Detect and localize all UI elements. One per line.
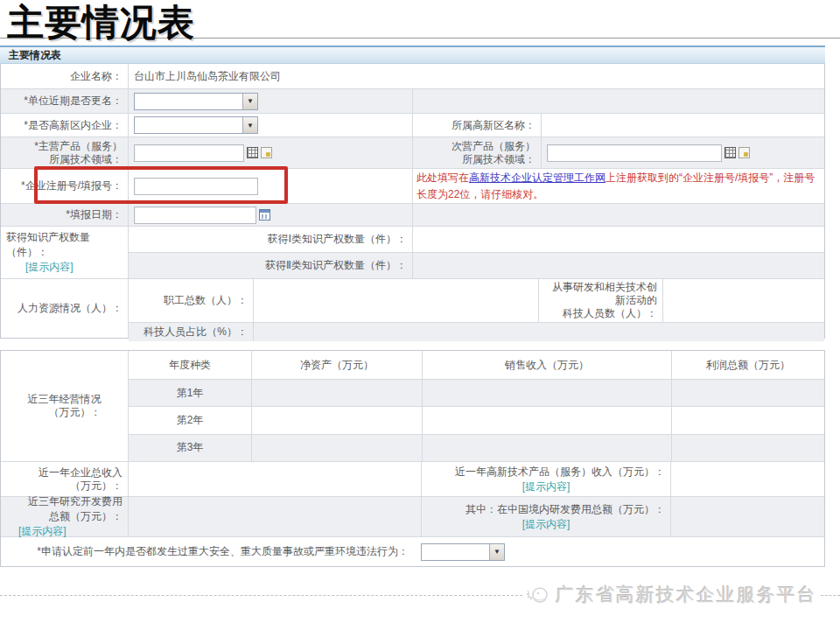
- filing-date-label: *填报日期：: [1, 204, 128, 226]
- chevron-down-icon[interactable]: ▼: [242, 117, 257, 133]
- tech-field-picker-icon[interactable]: [247, 147, 258, 158]
- hr-subrow-1: 职工总数（人）： 从事研发和相关技术创新活动的科技人员数（人）：: [129, 279, 824, 322]
- tech-ratio-label: 科技人员占比（%）：: [129, 323, 253, 341]
- row-products: *主营产品（服务）所属技术领域： 次营产品（服务）所属技术领域：: [1, 136, 824, 168]
- year2-row: 第2年: [129, 406, 824, 433]
- year2-label: 第2年: [129, 407, 251, 433]
- years-header-row: 年度种类 净资产（万元） 销售收入（万元） 利润总额（万元）: [129, 351, 824, 379]
- rd-staff-label: 从事研发和相关技术创新活动的科技人员数（人）：: [538, 279, 662, 322]
- tech-field-detail-icon[interactable]: [738, 147, 750, 158]
- year3-label: 第3年: [129, 435, 251, 461]
- tech-ratio-value-cell: [253, 323, 824, 341]
- year2-net-assets: [251, 407, 422, 433]
- section-header-label: 主要情况表: [9, 48, 61, 63]
- row-ip-counts: 获得知识产权数量（件）： [提示内容] 获得Ⅰ类知识产权数量（件）： 获得Ⅱ类知…: [1, 226, 824, 278]
- platform-name: 广东省高新技术企业服务平台: [552, 583, 821, 607]
- year1-profit: [671, 380, 824, 406]
- violation-select[interactable]: ▼: [421, 543, 505, 561]
- renamed-label: *单位近期是否更名：: [1, 89, 128, 113]
- domestic-rd-value-cell: [670, 497, 824, 536]
- year3-row: 第3年: [129, 434, 824, 461]
- year3-profit: [671, 435, 824, 461]
- renamed-select[interactable]: ▼: [134, 93, 258, 110]
- ip-class1-subrow: 获得Ⅰ类知识产权数量（件）：: [129, 227, 824, 252]
- row-in-zone: *是否高新区内企业： ▼ 所属高新区名称：: [1, 113, 824, 136]
- certification-site-link[interactable]: 高新技术企业认定管理工作网: [469, 172, 606, 184]
- ip-class2-subrow: 获得Ⅱ类知识产权数量（件）：: [129, 252, 824, 278]
- registration-note: 此处填写在高新技术企业认定管理工作网上注册获取到的“企业注册号/填报号”，注册号…: [412, 169, 824, 203]
- ip-class1-value-cell: [412, 227, 824, 252]
- rd-expense-label-cell: 近三年研究开发费用 总额（万元）： [提示内容]: [1, 497, 128, 536]
- row-violation: *申请认定前一年内是否都发生过重大安全、重大质量事故或严重环境违法行为： ▼: [1, 536, 824, 566]
- secondary-product-field-cell: [541, 137, 824, 168]
- tech-field-picker-icon[interactable]: [724, 147, 736, 158]
- three-year-ops-label: 近三年经营情况（万元）：: [1, 351, 128, 461]
- platform-logo-icon: [524, 584, 550, 606]
- hightech-income-hint-link[interactable]: [提示内容]: [522, 480, 570, 494]
- year2-sales: [422, 407, 671, 433]
- staff-total-label: 职工总数（人）：: [129, 279, 253, 322]
- row-total-income: 近一年企业总收入（万元）： 近一年高新技术产品（服务）收入（万元）： [提示内容…: [1, 461, 824, 496]
- row-renamed: *单位近期是否更名： ▼: [1, 88, 824, 113]
- ip-count-label: 获得知识产权数量（件）：: [6, 230, 122, 260]
- col-year-type: 年度种类: [129, 351, 251, 379]
- hightech-income-label-cell: 近一年高新技术产品（服务）收入（万元）： [提示内容]: [421, 462, 670, 496]
- domestic-rd-label-cell: 其中：在中国境内研发费用总额（万元）： [提示内容]: [421, 497, 670, 536]
- zone-name-value-cell: [541, 114, 824, 136]
- business-table: 近三年经营情况（万元）： 年度种类 净资产（万元） 销售收入（万元） 利润总额（…: [0, 350, 825, 567]
- row-registration-no: *企业注册号/填报号： 此处填写在高新技术企业认定管理工作网上注册获取到的“企业…: [1, 168, 824, 203]
- ip-count-hint-link[interactable]: [提示内容]: [6, 260, 74, 275]
- in-zone-select[interactable]: ▼: [134, 116, 258, 134]
- secondary-product-label: 次营产品（服务）所属技术领域：: [412, 137, 541, 168]
- hightech-income-value-cell: [670, 462, 824, 496]
- col-net-assets: 净资产（万元）: [251, 351, 422, 379]
- hr-subrow-2: 科技人员占比（%）：: [129, 322, 824, 341]
- tech-field-detail-icon[interactable]: [261, 147, 272, 158]
- filing-date-input[interactable]: [134, 206, 256, 224]
- footer-dashed-line: [821, 595, 840, 596]
- chevron-down-icon[interactable]: ▼: [489, 544, 504, 560]
- in-zone-label: *是否高新区内企业：: [1, 114, 128, 136]
- total-income-value-cell: [128, 462, 421, 496]
- year3-net-assets: [251, 435, 422, 461]
- year3-sales: [422, 435, 671, 461]
- ip-class1-label: 获得Ⅰ类知识产权数量（件）：: [129, 227, 412, 252]
- row-filing-date: *填报日期：: [1, 203, 824, 226]
- chevron-down-icon[interactable]: ▼: [242, 94, 257, 109]
- main-product-input[interactable]: [134, 144, 244, 162]
- ip-class2-value-cell: [412, 253, 824, 278]
- section-header: 主要情况表: [0, 46, 825, 64]
- year2-profit: [671, 407, 824, 433]
- footer-dashed-line: [0, 595, 522, 596]
- filing-date-field-cell: [128, 204, 412, 226]
- rd-staff-value-cell: [662, 279, 824, 322]
- registration-no-field-cell: [128, 169, 412, 203]
- registration-no-label: *企业注册号/填报号：: [1, 169, 128, 203]
- total-income-label: 近一年企业总收入（万元）：: [1, 462, 128, 496]
- renamed-field-cell: ▼: [128, 89, 412, 113]
- row-rd-expense: 近三年研究开发费用 总额（万元）： [提示内容] 其中：在中国境内研发费用总额（…: [1, 496, 824, 536]
- year1-net-assets: [251, 380, 422, 406]
- row-three-year-ops: 近三年经营情况（万元）： 年度种类 净资产（万元） 销售收入（万元） 利润总额（…: [1, 351, 824, 461]
- main-product-label: *主营产品（服务）所属技术领域：: [1, 137, 128, 168]
- col-sales-income: 销售收入（万元）: [422, 351, 671, 379]
- domestic-rd-hint-link[interactable]: [提示内容]: [522, 517, 570, 532]
- calendar-icon[interactable]: [259, 209, 270, 220]
- company-name-label: 企业名称：: [1, 64, 128, 88]
- staff-total-value-cell: [253, 279, 538, 322]
- violation-label: *申请认定前一年内是否都发生过重大安全、重大质量事故或严重环境违法行为：: [6, 544, 409, 559]
- secondary-product-input[interactable]: [547, 144, 722, 162]
- registration-no-input[interactable]: [134, 178, 258, 195]
- footer: 广东省高新技术企业服务平台: [0, 578, 840, 612]
- page-title: 主要情况表: [7, 0, 195, 47]
- hightech-income-label: 近一年高新技术产品（服务）收入（万元）：: [455, 465, 665, 480]
- row-company-name: 企业名称： 台山市上川岛仙岛茶业有限公司: [1, 64, 824, 88]
- col-total-profit: 利润总额（万元）: [671, 351, 824, 379]
- year1-row: 第1年: [129, 379, 824, 406]
- year1-label: 第1年: [129, 380, 251, 406]
- year1-sales: [422, 380, 671, 406]
- violation-cell: *申请认定前一年内是否都发生过重大安全、重大质量事故或严重环境违法行为： ▼: [1, 537, 824, 566]
- rd-expense-value-cell: [128, 497, 421, 536]
- renamed-empty-cell: [412, 89, 824, 113]
- domestic-rd-label: 其中：在中国境内研发费用总额（万元）：: [466, 502, 665, 517]
